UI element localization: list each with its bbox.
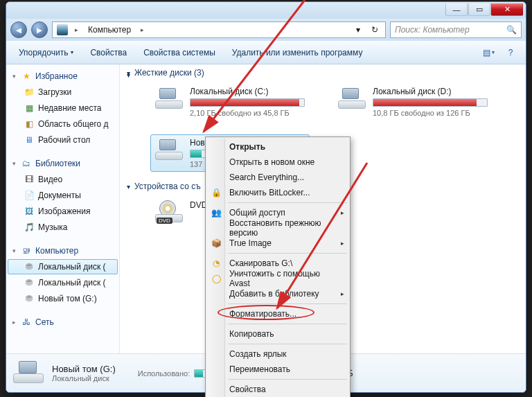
network-icon: 🖧 (21, 317, 32, 328)
ctx-add-to-library[interactable]: Добавить в библиотеку▸ (207, 286, 348, 301)
breadcrumb-computer[interactable]: Компьютер (84, 22, 135, 37)
drive-icon: ⛃ (24, 277, 35, 288)
nav-favorites-header[interactable]: ▾ ★ Избранное (8, 69, 118, 84)
search-icon: 🔍 (506, 25, 517, 35)
drive-icon (13, 360, 44, 387)
chevron-down-icon[interactable]: ▾ (10, 73, 17, 80)
nav-documents[interactable]: 📄Документы (8, 188, 118, 203)
ctx-open-new-window[interactable]: Открыть в новом окне (207, 155, 348, 170)
address-bar-row: ◄ ► ▸ Компьютер ▸ ▾ ↻ Поиск: Компьютер 🔍 (6, 19, 526, 41)
star-icon: ★ (21, 71, 32, 82)
view-options-button[interactable]: ▤▾ (479, 44, 498, 61)
drive-icon: ⛃ (24, 261, 35, 272)
ctx-create-shortcut[interactable]: Создать ярлык (207, 346, 348, 362)
chevron-down-icon[interactable]: ▾ (10, 247, 17, 254)
system-properties-button[interactable]: Свойства системы (136, 45, 222, 60)
nav-network-header[interactable]: ▸ 🖧 Сеть (8, 315, 118, 330)
nav-music[interactable]: 🎵Музыка (8, 220, 118, 235)
context-menu[interactable]: Открыть Открыть в новом окне Search Ever… (205, 136, 351, 397)
chevron-down-icon[interactable]: ▾ (10, 160, 17, 167)
nav-back-button[interactable]: ◄ (10, 21, 27, 38)
nav-video[interactable]: 🎞Видео (8, 172, 118, 187)
avast-icon: ◯ (211, 274, 222, 283)
help-button[interactable]: ? (501, 44, 520, 61)
folder-icon: 📁 (24, 87, 35, 98)
capacity-bar (190, 98, 305, 107)
hdd-section-header-text[interactable]: ▾Жесткие диски (3) (127, 68, 519, 78)
details-name: Новый том (G:) (52, 364, 116, 374)
drive-d[interactable]: Локальный диск (D:) 10,8 ГБ свободно из … (333, 83, 493, 121)
drive-label: Локальный диск (D:) (373, 87, 488, 96)
images-icon: 🖼 (24, 206, 35, 217)
organize-button[interactable]: Упорядочить▾ (12, 45, 80, 60)
nav-computer-header[interactable]: ▾ 🖳 Компьютер (8, 243, 118, 258)
nav-recent-places[interactable]: ▦Недавние места (8, 100, 118, 116)
ctx-restore-previous[interactable]: Восстановить прежнюю версию (207, 220, 348, 236)
music-icon: 🎵 (24, 222, 35, 233)
scan-icon: ◔ (211, 258, 222, 268)
shared-icon: ◧ (24, 118, 35, 130)
properties-button[interactable]: Свойства (83, 45, 134, 60)
drive-label: Локальный диск (C:) (190, 87, 305, 96)
search-input[interactable]: Поиск: Компьютер 🔍 (390, 21, 522, 38)
details-used-label: Использовано: (138, 369, 190, 378)
ctx-properties[interactable]: Свойства (207, 382, 348, 397)
uninstall-programs-button[interactable]: Удалить или изменить программу (225, 45, 370, 60)
desktop-icon: 🖥 (24, 134, 35, 145)
ctx-true-image[interactable]: 📦True Image▸ (207, 236, 348, 251)
drive-freespace: 2,10 ГБ свободно из 45,8 ГБ (190, 109, 305, 117)
documents-icon: 📄 (24, 190, 35, 201)
ctx-search-everything[interactable]: Search Everything... (207, 170, 348, 185)
computer-icon (57, 24, 68, 35)
drive-icon (155, 138, 183, 161)
ctx-bitlocker[interactable]: 🔒Включить BitLocker... (207, 185, 348, 200)
drive-icon (155, 87, 183, 110)
submenu-arrow-icon: ▸ (341, 240, 344, 247)
details-type: Локальный диск (52, 374, 116, 382)
ctx-rename[interactable]: Переименовать (207, 362, 348, 377)
drive-freespace: 10,8 ГБ свободно из 126 ГБ (373, 109, 488, 117)
ctx-format[interactable]: Форматировать... (207, 306, 348, 321)
libraries-icon: 🗂 (21, 158, 32, 169)
navigation-pane[interactable]: ▾ ★ Избранное 📁Загрузки ▦Недавние места … (6, 64, 120, 353)
dvd-icon: DVD (155, 200, 183, 224)
command-bar: Упорядочить▾ Свойства Свойства системы У… (6, 41, 526, 64)
breadcrumb-root-icon[interactable] (55, 22, 69, 37)
title-bar: — ▭ ✕ (6, 2, 526, 19)
share-icon: 👥 (211, 208, 222, 218)
breadcrumb[interactable]: ▸ Компьютер ▸ ▾ ↻ (52, 21, 386, 38)
drive-c[interactable]: Локальный диск (C:) 2,10 ГБ свободно из … (150, 83, 310, 121)
breadcrumb-root-caret[interactable]: ▸ (71, 22, 82, 37)
computer-icon: 🖳 (21, 245, 32, 256)
address-history-button[interactable]: ▾ (351, 22, 366, 37)
recent-icon: ▦ (24, 103, 35, 114)
video-icon: 🎞 (24, 174, 35, 185)
nav-forward-button[interactable]: ► (31, 21, 48, 38)
nav-libraries-header[interactable]: ▾ 🗂 Библиотеки (8, 156, 118, 171)
nav-images[interactable]: 🖼Изображения (8, 204, 118, 219)
nav-shared[interactable]: ◧Область общего д (8, 116, 118, 132)
ctx-copy[interactable]: Копировать (207, 326, 348, 342)
nav-drive-d[interactable]: ⛃Локальный диск ( (8, 275, 118, 290)
drive-icon (338, 87, 366, 110)
ctx-open[interactable]: Открыть (207, 139, 348, 155)
capacity-bar (373, 98, 488, 107)
submenu-arrow-icon: ▸ (341, 209, 344, 216)
chevron-right-icon[interactable]: ▸ (10, 319, 17, 326)
trueimage-icon: 📦 (211, 238, 222, 248)
search-placeholder: Поиск: Компьютер (395, 25, 470, 35)
drive-icon: ⛃ (24, 293, 35, 304)
window-close-button[interactable]: ✕ (491, 3, 523, 16)
window-minimize-button[interactable]: — (445, 3, 468, 16)
nav-drive-g[interactable]: ⛃Новый том (G:) (8, 291, 118, 306)
window-maximize-button[interactable]: ▭ (468, 3, 490, 16)
nav-drive-c[interactable]: ⛃Локальный диск ( (8, 259, 118, 274)
address-refresh-button[interactable]: ↻ (367, 22, 382, 37)
lock-icon: 🔒 (211, 188, 222, 197)
submenu-arrow-icon: ▸ (341, 290, 344, 297)
chevron-down-icon[interactable]: ▾ (127, 183, 130, 191)
breadcrumb-caret[interactable]: ▸ (136, 22, 148, 37)
nav-desktop[interactable]: 🖥Рабочий стол (8, 132, 118, 148)
ctx-avast-shred[interactable]: ◯Уничтожить с помощью Avast (207, 271, 348, 286)
nav-downloads[interactable]: 📁Загрузки (8, 85, 118, 100)
